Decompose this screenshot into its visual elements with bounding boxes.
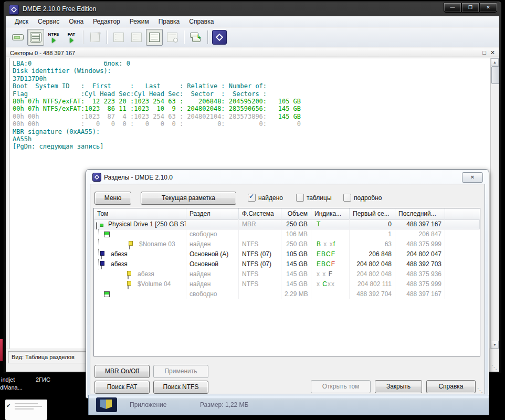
table-cell: NTFS (07) [239, 249, 281, 259]
desktop-icon-label[interactable]: indjet [1, 376, 15, 383]
volume-icon-yellow [128, 282, 129, 289]
menu-mode[interactable]: Режим [125, 17, 154, 26]
table-row[interactable]: абезянайденNTFS145 GBx x F204 802 048488… [94, 269, 480, 279]
menu-editor[interactable]: Редактор [88, 17, 125, 26]
checkbox-tables[interactable]: таблицы [296, 194, 332, 202]
table-cell: 488 375 999 [395, 239, 445, 249]
volume-icon-yellow [129, 242, 130, 249]
volume-name: $Noname 03 [139, 239, 175, 249]
menu-button[interactable]: Меню [94, 192, 131, 205]
sector-text-line: MBR signature (0xAA55): [13, 128, 301, 135]
table-cell: B x xf [311, 239, 350, 249]
table-header-row[interactable]: ТомРазделФ.СистемаОбъемИндика...Первый с… [94, 208, 480, 220]
indicator-flags: x x [317, 270, 329, 278]
volume-icon-blue [101, 252, 102, 259]
table-cell: 250 GB [281, 219, 311, 229]
table-cell: 0 [350, 219, 395, 229]
search-ntfs-button[interactable]: Поиск NTFS [153, 381, 208, 394]
scroll-up-icon[interactable]: ▲ [491, 58, 499, 66]
file-size-label: Размер: 1,22 МБ [200, 401, 248, 408]
table-cell: 250 GB [281, 239, 311, 249]
panel-close-icon[interactable]: ✕ [490, 48, 495, 57]
maximize-button[interactable]: ❐ [461, 3, 479, 13]
dmde-about-icon[interactable] [211, 29, 228, 46]
physical-drive-icon [96, 222, 97, 229]
table-row[interactable]: свободно106 MB1206 847 [94, 229, 480, 239]
column-header[interactable]: Последний... [395, 208, 445, 219]
ntfs-search-icon[interactable]: NTFS [45, 29, 62, 46]
table-cell: свободно [186, 289, 239, 299]
column-header[interactable]: Первый се... [350, 208, 395, 219]
swap-windows-icon[interactable]: ↳ [187, 29, 204, 46]
resize-grip-icon[interactable]: ⋱ [491, 364, 497, 371]
checkbox-box[interactable]: ✓ [248, 194, 256, 202]
column-header[interactable]: Объем [281, 208, 311, 219]
table-row[interactable]: абезяОсновнойNTFS (07)145 GBEBCF204 802 … [94, 259, 480, 269]
menu-windows[interactable]: Окна [64, 17, 88, 26]
table-row[interactable]: $Noname 03найденNTFS250 GBB x xf63488 37… [94, 239, 480, 249]
check-icon: ✓ [249, 193, 254, 200]
dialog-close-button[interactable]: ✕ [462, 172, 483, 183]
column-header[interactable]: Индика... [311, 208, 350, 219]
title-bar[interactable]: DMDE 2.10.0 Free Edition — ❐ ✕ [4, 2, 501, 16]
menu-service[interactable]: Сервис [33, 17, 64, 26]
table-cell: найден [186, 239, 239, 249]
application-shield-icon [96, 397, 117, 412]
checkbox-box[interactable] [343, 194, 351, 202]
table-cell: NTFS [239, 269, 281, 279]
table-cell: 1 [350, 229, 395, 239]
checkbox-found[interactable]: ✓ найдено [248, 194, 283, 202]
table-row[interactable]: абезяОсновной (А)NTFS (07)105 GBEBCF206 … [94, 249, 480, 259]
table-row[interactable]: свободно2.29 MB488 392 704488 397 167 [94, 289, 480, 299]
table-cell: 206 848 [350, 249, 395, 259]
menu-help[interactable]: Справка [184, 17, 218, 26]
check-icon: ✔ [6, 403, 10, 408]
menu-disk[interactable]: Диск [10, 17, 33, 26]
volume-icon-blue [101, 262, 102, 269]
dmde-logo-icon [9, 5, 19, 15]
minimize-button[interactable]: — [444, 3, 461, 13]
desktop-document-icon[interactable]: ✔ [5, 400, 47, 420]
menu-edit[interactable]: Правка [154, 17, 185, 26]
table-row[interactable]: $Volume 04найденNTFS145 GBx Cxx204 802 1… [94, 279, 480, 289]
table-cell: NTFS [239, 239, 281, 249]
indicator-flags: T [317, 220, 321, 228]
column-header[interactable]: Том [94, 208, 186, 219]
checkbox-detailed[interactable]: подробно [343, 194, 382, 202]
resize-grip-icon[interactable]: ⋱ [477, 387, 483, 394]
volume-name: абезя [138, 269, 154, 279]
sector-text-line: Boot System ID : First : Last : Relative… [13, 82, 301, 90]
current-layout-button[interactable]: Текущая разметка [141, 192, 236, 205]
desktop-icon-label[interactable]: 2ГИС [36, 376, 50, 383]
column-header[interactable]: Ф.Система [239, 208, 281, 219]
text-view-icon[interactable] [146, 29, 163, 46]
table-cell: найден [186, 279, 239, 289]
scrollbar-thumb[interactable] [491, 66, 499, 84]
mbr-onoff-button[interactable]: MBR On/Off [94, 365, 150, 378]
desktop-icon-label[interactable]: dMana... [0, 384, 23, 391]
table-cell: EBCF [311, 249, 350, 259]
close-button[interactable]: ✕ [479, 3, 497, 13]
fat-search-icon[interactable]: FAT [63, 29, 80, 46]
table-row[interactable]: Physical Drive 1 [250 GB ST...MBR250 GBT… [94, 219, 480, 229]
column-header[interactable]: Раздел [186, 208, 239, 219]
table-cell: Основной (А) [186, 249, 239, 259]
checkbox-box[interactable] [296, 194, 304, 202]
panel-maximize-icon[interactable]: □ [482, 48, 486, 57]
sector-text-line: 00h 07h NTFS/exFAT:1023 86 11 :1023 10 9… [13, 105, 301, 112]
help-button[interactable]: Справка [426, 380, 476, 393]
table-cell: свободно [186, 229, 239, 239]
vertical-scrollbar[interactable]: ▲ ▼ [490, 58, 499, 349]
tree-line [98, 239, 99, 249]
close-dialog-button[interactable]: Закрыть [375, 380, 422, 393]
single-partition-icon[interactable] [9, 29, 26, 46]
table-cell: MBR [239, 219, 281, 229]
scroll-down-icon[interactable]: ▼ [491, 341, 499, 349]
table-cell: найден [186, 269, 239, 279]
search-fat-button[interactable]: Поиск FAT [94, 381, 150, 394]
disk-list-icon[interactable] [27, 29, 44, 46]
table-cell: x x F [311, 269, 350, 279]
sector-text: LBA:0 блок: 0Disk identifier (Windows):3… [13, 60, 301, 151]
properties-window-strip[interactable]: Приложение Размер: 1,22 МБ [88, 395, 489, 415]
indicator-flags: f [333, 240, 335, 248]
